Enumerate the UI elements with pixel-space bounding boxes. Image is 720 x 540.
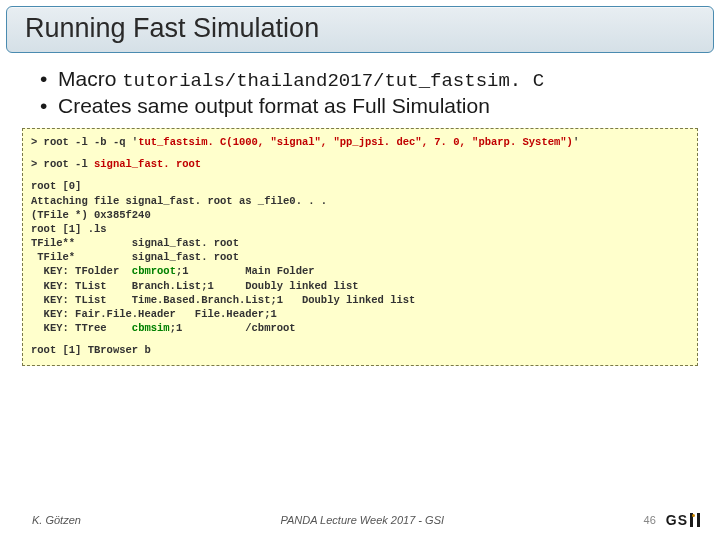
bullet-list: • Macro tutorials/thailand2017/tut_fasts…	[40, 67, 688, 118]
logo-bar-icon	[697, 513, 700, 527]
bullet-text: Creates same output format as Full Simul…	[58, 94, 490, 118]
bullet-item: • Macro tutorials/thailand2017/tut_fasts…	[40, 67, 688, 92]
term-text: '	[573, 136, 579, 148]
term-highlight: cbmroot	[132, 265, 176, 277]
bullet-dot-icon: •	[40, 67, 58, 91]
terminal-block: > root -l -b -q 'tut_fastsim. C(1000, "s…	[22, 128, 698, 366]
footer-author: K. Götzen	[32, 514, 81, 526]
bullet-dot-icon: •	[40, 94, 58, 118]
gsi-logo: GS	[666, 512, 700, 528]
footer-center: PANDA Lecture Week 2017 - GSI	[81, 514, 644, 526]
content-area: • Macro tutorials/thailand2017/tut_fasts…	[0, 53, 720, 118]
term-highlight: tut_fastsim. C(1000, "signal", "pp_jpsi.…	[138, 136, 573, 148]
term-highlight: signal_fast. root	[94, 158, 201, 170]
term-text: ;1 /cbmroot	[170, 322, 296, 334]
footer: K. Götzen PANDA Lecture Week 2017 - GSI …	[0, 512, 720, 528]
term-text: > root -l -b -q '	[31, 136, 138, 148]
term-text: root [0] Attaching file signal_fast. roo…	[31, 180, 327, 277]
term-text: root [1] TBrowser b	[31, 344, 151, 356]
bullet-item: • Creates same output format as Full Sim…	[40, 94, 688, 118]
term-highlight: cbmsim	[132, 322, 170, 334]
page-number: 46	[644, 514, 656, 526]
title-bar: Running Fast Simulation	[6, 6, 714, 53]
term-text: > root -l	[31, 158, 94, 170]
slide-title: Running Fast Simulation	[25, 13, 695, 44]
logo-text: GS	[666, 512, 688, 528]
logo-dot-icon	[692, 514, 695, 517]
bullet-code: tutorials/thailand2017/tut_fastsim. C	[122, 70, 544, 92]
bullet-text: Macro	[58, 67, 122, 90]
